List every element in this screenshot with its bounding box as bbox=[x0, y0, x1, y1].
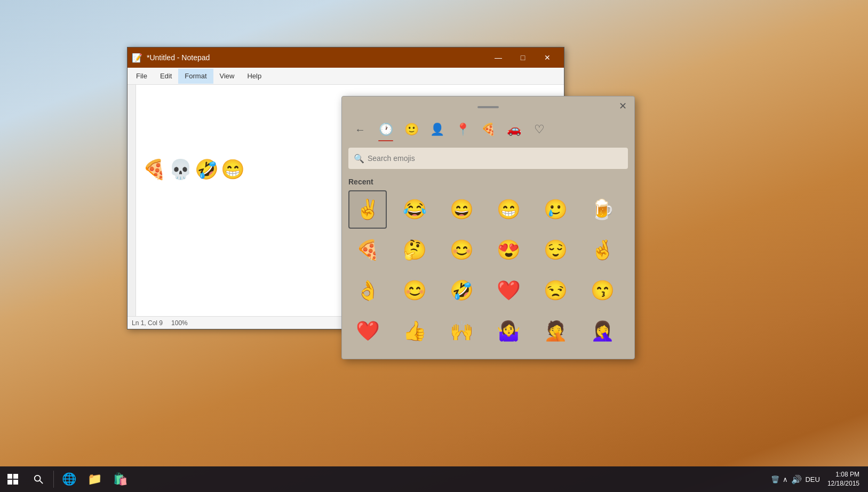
emoji-item-0[interactable]: ✌️ bbox=[348, 190, 387, 229]
emoji-search-container: 🔍 bbox=[348, 148, 628, 169]
nav-tab-travel[interactable]: 🚗 bbox=[502, 118, 525, 141]
emoji-item-3[interactable]: 😁 bbox=[489, 190, 528, 229]
taskbar-explorer[interactable]: 📁 bbox=[82, 466, 107, 492]
emoji-item-9[interactable]: 😍 bbox=[489, 231, 528, 269]
emoji-item-13[interactable]: 😊 bbox=[395, 271, 434, 310]
taskbar-search-button[interactable] bbox=[26, 466, 51, 492]
start-button[interactable] bbox=[0, 466, 26, 492]
emoji-search-input[interactable] bbox=[348, 148, 628, 169]
emoji-item-10[interactable]: 😌 bbox=[536, 231, 575, 269]
emoji-recent-grid: ✌️ 😂 😄 😁 🥲 🍺 🍕 🤔 😊 😍 😌 🤞 👌 😊 🤣 ❤️ 😒 😙 ❤️ bbox=[348, 190, 628, 350]
picker-close-button[interactable]: ✕ bbox=[615, 99, 630, 114]
svg-rect-1 bbox=[13, 474, 18, 479]
notepad-icon: 📝 bbox=[132, 53, 142, 63]
notepad-titlebar: 📝 *Untitled - Notepad — □ ✕ bbox=[128, 47, 564, 68]
menu-edit[interactable]: Edit bbox=[154, 69, 178, 84]
taskbar-date-display: 12/18/2015 bbox=[827, 479, 859, 488]
cursor-position: Ln 1, Col 9 bbox=[132, 319, 163, 327]
emoji-item-7[interactable]: 🤔 bbox=[395, 231, 434, 269]
svg-rect-2 bbox=[7, 480, 12, 485]
menu-help[interactable]: Help bbox=[241, 69, 268, 84]
close-button[interactable]: ✕ bbox=[535, 49, 560, 66]
search-icon: 🔍 bbox=[354, 154, 364, 164]
taskbar-edge[interactable]: 🌐 bbox=[56, 466, 82, 492]
menu-format[interactable]: Format bbox=[178, 69, 213, 84]
chevron-icon[interactable]: ∧ bbox=[783, 475, 788, 483]
nav-tab-food[interactable]: 🍕 bbox=[476, 118, 500, 141]
zoom-level: 100% bbox=[171, 319, 188, 327]
emoji-item-20[interactable]: 🙌 bbox=[442, 312, 481, 350]
emoji-item-22[interactable]: 🤦 bbox=[536, 312, 575, 350]
emoji-item-2[interactable]: 😄 bbox=[442, 190, 481, 229]
emoji-item-15[interactable]: ❤️ bbox=[489, 271, 528, 310]
svg-line-5 bbox=[40, 481, 43, 483]
emoji-picker-body: Recent ✌️ 😂 😄 😁 🥲 🍺 🍕 🤔 😊 😍 😌 🤞 👌 😊 🤣 ❤️… bbox=[342, 173, 634, 359]
nav-tab-nature[interactable]: 📍 bbox=[451, 118, 474, 141]
emoji-picker-titlebar: ✕ bbox=[342, 96, 634, 116]
emoji-item-12[interactable]: 👌 bbox=[348, 271, 387, 310]
window-controls: — □ ✕ bbox=[486, 49, 560, 66]
notepad-title: *Untitled - Notepad bbox=[147, 53, 486, 62]
recent-section-title: Recent bbox=[348, 178, 628, 186]
taskbar: 🌐 📁 🛍️ 🗑️ ∧ 🔊 DEU 1:08 PM 12/18/2015 bbox=[0, 466, 868, 492]
emoji-item-1[interactable]: 😂 bbox=[395, 190, 434, 229]
emoji-item-8[interactable]: 😊 bbox=[442, 231, 481, 269]
emoji-item-21[interactable]: 🤷‍♀️ bbox=[489, 312, 528, 350]
maximize-button[interactable]: □ bbox=[511, 49, 535, 66]
emoji-item-6[interactable]: 🍕 bbox=[348, 231, 387, 269]
emoji-picker: ✕ ← 🕐 🙂 👤 📍 🍕 🚗 ♡ 🔍 Recent ✌️ 😂 😄 😁 🥲 bbox=[341, 96, 635, 359]
language-indicator: DEU bbox=[805, 475, 819, 483]
scrollbar-vertical[interactable] bbox=[128, 85, 136, 316]
minimize-button[interactable]: — bbox=[486, 49, 511, 66]
emoji-item-14[interactable]: 🤣 bbox=[442, 271, 481, 310]
emoji-item-18[interactable]: ❤️ bbox=[348, 312, 387, 350]
menu-file[interactable]: File bbox=[130, 69, 154, 84]
svg-rect-0 bbox=[7, 474, 12, 479]
emoji-item-16[interactable]: 😒 bbox=[536, 271, 575, 310]
emoji-item-23[interactable]: 🤦‍♀️ bbox=[583, 312, 622, 350]
taskbar-system-icons: 🗑️ ∧ 🔊 DEU bbox=[771, 474, 819, 485]
emoji-item-19[interactable]: 👍 bbox=[395, 312, 434, 350]
nav-tab-heart[interactable]: ♡ bbox=[528, 118, 551, 141]
notepad-menubar: File Edit Format View Help bbox=[128, 68, 564, 85]
svg-point-4 bbox=[35, 475, 41, 481]
taskbar-right: 🗑️ ∧ 🔊 DEU 1:08 PM 12/18/2015 bbox=[771, 470, 868, 488]
emoji-item-17[interactable]: 😙 bbox=[583, 271, 622, 310]
menu-view[interactable]: View bbox=[213, 69, 241, 84]
notepad-text-emojis: 🍕💀🤣😁 bbox=[142, 158, 247, 180]
emoji-item-11[interactable]: 🤞 bbox=[583, 231, 622, 269]
nav-tab-smiley[interactable]: 🙂 bbox=[400, 118, 423, 141]
volume-icon[interactable]: 🔊 bbox=[791, 474, 802, 485]
taskbar-clock[interactable]: 1:08 PM 12/18/2015 bbox=[823, 470, 864, 488]
nav-back-button[interactable]: ← bbox=[348, 118, 372, 141]
svg-rect-3 bbox=[13, 480, 18, 485]
taskbar-time-display: 1:08 PM bbox=[827, 470, 859, 479]
taskbar-divider-1 bbox=[53, 471, 54, 488]
nav-tab-people[interactable]: 👤 bbox=[425, 118, 449, 141]
emoji-item-5[interactable]: 🍺 bbox=[583, 190, 622, 229]
nav-tab-recent[interactable]: 🕐 bbox=[374, 118, 397, 141]
emoji-picker-nav: ← 🕐 🙂 👤 📍 🍕 🚗 ♡ bbox=[342, 116, 634, 143]
recycle-bin-icon: 🗑️ bbox=[771, 475, 779, 483]
drag-handle bbox=[477, 106, 499, 108]
desktop: 📝 *Untitled - Notepad — □ ✕ File Edit Fo… bbox=[0, 0, 868, 492]
emoji-item-4[interactable]: 🥲 bbox=[536, 190, 575, 229]
taskbar-store[interactable]: 🛍️ bbox=[107, 466, 133, 492]
